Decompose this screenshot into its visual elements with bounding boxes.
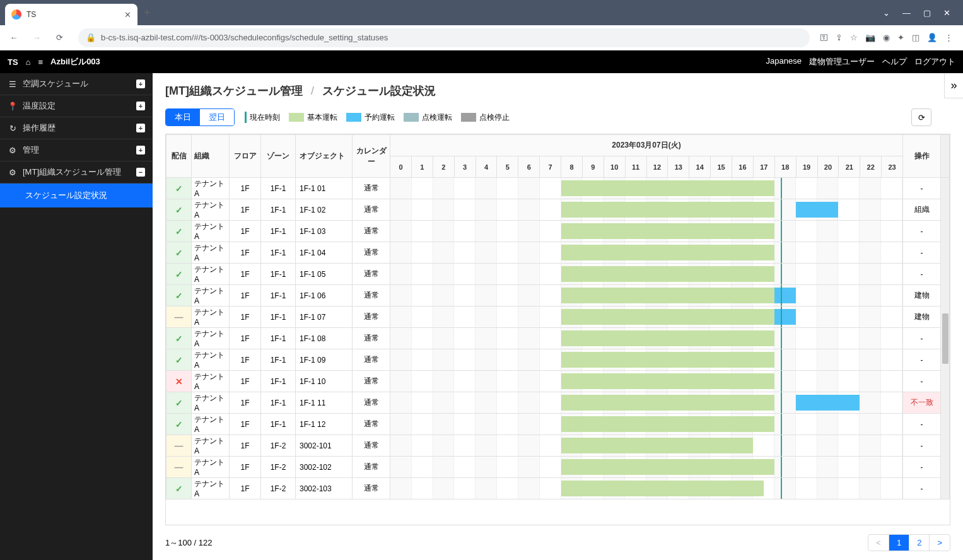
- op-cell[interactable]: -: [903, 478, 941, 499]
- tomorrow-button[interactable]: 翌日: [200, 109, 234, 125]
- zone-cell: 1F-2: [261, 457, 296, 478]
- favicon-icon: [11, 9, 21, 20]
- op-cell[interactable]: -: [903, 349, 941, 371]
- collapse-panel-button[interactable]: »: [944, 73, 963, 98]
- op-cell[interactable]: -: [903, 264, 941, 285]
- profile-icon[interactable]: 👤: [927, 33, 937, 42]
- maximize-icon[interactable]: ▢: [923, 8, 931, 18]
- sidebar-sub-active[interactable]: スケジュール設定状況: [0, 184, 153, 207]
- obj-cell: 1F-1 05: [296, 264, 353, 285]
- org-cell: テナントA: [192, 435, 230, 457]
- schedule-bar-booking[interactable]: [796, 202, 839, 218]
- schedule-bar-basic[interactable]: [561, 438, 754, 453]
- th-hour: 13: [668, 156, 689, 178]
- schedule-bar-basic[interactable]: [561, 481, 764, 496]
- expand-icon[interactable]: −: [136, 168, 145, 177]
- menu-icon[interactable]: ⋮: [945, 33, 953, 42]
- schedule-bar-basic[interactable]: [561, 245, 774, 260]
- sidebar-item[interactable]: 📍温度設定+: [0, 95, 153, 117]
- schedule-bar-basic[interactable]: [561, 223, 774, 239]
- schedule-bar-booking[interactable]: [796, 395, 860, 411]
- star-icon[interactable]: ☆: [850, 33, 858, 42]
- page-button[interactable]: >: [929, 535, 950, 551]
- op-cell[interactable]: -: [903, 371, 941, 392]
- th-cal: カレンダー: [353, 135, 390, 178]
- help-link[interactable]: ヘルプ: [882, 56, 907, 67]
- url-bar[interactable]: 🔒 b-cs-ts.isq-azbil-test.com/#/ts-0003/s…: [78, 28, 810, 47]
- minimize-icon[interactable]: —: [902, 8, 911, 18]
- reload-button[interactable]: ⟳: [50, 29, 68, 47]
- sidebar-item[interactable]: ↻操作履歴+: [0, 117, 153, 139]
- th-hour: 21: [839, 156, 860, 178]
- schedule-bar-basic[interactable]: [561, 309, 774, 325]
- google-icon[interactable]: ◉: [883, 33, 890, 42]
- dist-icon: ✓: [175, 334, 183, 344]
- chevron-down-icon[interactable]: ⌄: [883, 8, 890, 18]
- close-icon[interactable]: ✕: [124, 10, 131, 20]
- close-window-icon[interactable]: ✕: [943, 8, 950, 18]
- main-content: [MT]組織スケジュール管理 / スケジュール設定状況 本日 翌日 現在時刻 基…: [153, 73, 963, 560]
- expand-icon[interactable]: +: [136, 124, 145, 132]
- op-cell[interactable]: 建物: [903, 306, 941, 328]
- breadcrumb-parent[interactable]: [MT]組織スケジュール管理: [165, 85, 303, 97]
- page-button[interactable]: 1: [889, 535, 909, 551]
- op-cell[interactable]: 不一致: [903, 392, 941, 414]
- logout-link[interactable]: ログアウト: [914, 56, 955, 67]
- menu-toggle-icon[interactable]: ≡: [38, 57, 43, 67]
- expand-icon[interactable]: +: [136, 102, 145, 110]
- forward-button[interactable]: →: [28, 29, 45, 47]
- key-icon[interactable]: ⚿: [820, 33, 828, 42]
- schedule-bar-basic[interactable]: [561, 180, 774, 196]
- sidebar-item[interactable]: ☰空調スケジュール+: [0, 73, 153, 95]
- camera-icon[interactable]: 📷: [865, 33, 875, 42]
- op-cell[interactable]: -: [903, 457, 941, 478]
- schedule-bar-booking[interactable]: [774, 288, 796, 303]
- op-cell[interactable]: -: [903, 435, 941, 457]
- page-button[interactable]: <: [868, 535, 889, 551]
- op-cell[interactable]: -: [903, 328, 941, 349]
- new-tab-button[interactable]: +: [137, 6, 157, 20]
- schedule-bar-booking[interactable]: [774, 309, 796, 325]
- back-button[interactable]: ←: [5, 29, 23, 47]
- dist-icon: ✓: [175, 291, 183, 301]
- dist-icon: ✓: [175, 484, 183, 494]
- panel-icon[interactable]: ◫: [912, 33, 919, 42]
- op-cell[interactable]: -: [903, 414, 941, 435]
- user-link[interactable]: 建物管理ユーザー: [809, 56, 875, 67]
- page-button[interactable]: 2: [909, 535, 929, 551]
- refresh-button[interactable]: ⟳: [911, 108, 931, 126]
- schedule-bar-basic[interactable]: [561, 373, 774, 389]
- op-cell[interactable]: 組織: [903, 199, 941, 221]
- schedule-bar-basic[interactable]: [561, 202, 774, 218]
- scrollbar-track[interactable]: [941, 135, 950, 178]
- schedule-bar-basic[interactable]: [561, 266, 774, 282]
- schedule-bar-basic[interactable]: [561, 352, 774, 368]
- schedule-bar-basic[interactable]: [561, 288, 774, 303]
- schedule-bar-basic[interactable]: [561, 330, 774, 346]
- schedule-bar-basic[interactable]: [561, 416, 774, 432]
- op-cell[interactable]: -: [903, 242, 941, 264]
- today-button[interactable]: 本日: [166, 109, 200, 125]
- schedule-bar-basic[interactable]: [561, 459, 774, 475]
- scrollbar-thumb[interactable]: [942, 313, 948, 364]
- expand-icon[interactable]: +: [136, 146, 145, 155]
- obj-cell: 1F-1 06: [296, 285, 353, 306]
- op-cell[interactable]: -: [903, 178, 941, 199]
- cal-cell: 通常: [353, 371, 390, 392]
- scrollbar-track[interactable]: [941, 178, 950, 499]
- sidebar-item[interactable]: ⚙[MT]組織スケジュール管理−: [0, 161, 153, 184]
- browser-tab[interactable]: TS ✕: [5, 4, 137, 25]
- language-link[interactable]: Japanese: [766, 56, 802, 67]
- extensions-icon[interactable]: ✦: [897, 33, 904, 42]
- home-icon[interactable]: ⌂: [26, 57, 31, 67]
- zone-cell: 1F-1: [261, 414, 296, 435]
- share-icon[interactable]: ⇪: [836, 33, 843, 42]
- op-cell[interactable]: 建物: [903, 285, 941, 306]
- expand-icon[interactable]: +: [136, 79, 145, 88]
- now-line: [781, 328, 782, 349]
- sidebar-label: [MT]組織スケジュール管理: [23, 166, 121, 178]
- org-cell: テナントA: [192, 349, 230, 371]
- op-cell[interactable]: -: [903, 221, 941, 242]
- sidebar-item[interactable]: ⚙管理+: [0, 139, 153, 161]
- schedule-bar-basic[interactable]: [561, 395, 774, 411]
